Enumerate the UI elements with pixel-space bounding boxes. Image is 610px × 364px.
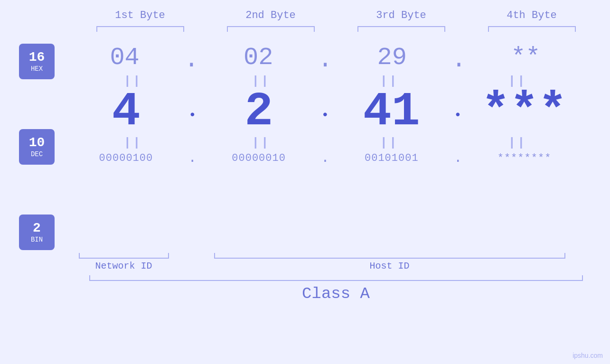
dec-cell-3: 41 (339, 88, 444, 136)
badge-dec-number: 10 (29, 136, 45, 149)
network-bracket (79, 253, 169, 259)
bin-value-4: ******** (497, 152, 552, 164)
id-labels-row: Network ID Host ID (75, 261, 597, 271)
hex-cell-3: 29 (340, 44, 444, 72)
main-container: 1st Byte 2nd Byte 3rd Byte 4th Byte 16 H… (0, 0, 610, 364)
host-id-label: Host ID (214, 261, 565, 271)
badges-column: 16 HEX 10 DEC 2 BIN (19, 44, 55, 250)
bracket-3 (357, 26, 445, 32)
byte-header-4: 4th Byte (479, 9, 584, 21)
class-section: Class A (75, 275, 597, 303)
bracket-2 (227, 26, 315, 32)
badge-bin-number: 2 (33, 222, 41, 235)
hex-dot-2: . (318, 46, 332, 74)
byte-header-2: 2nd Byte (218, 9, 323, 21)
bin-cell-1: 00000100 (74, 152, 178, 164)
dec-value-3: 41 (363, 85, 420, 139)
bin-dot-2: . (321, 150, 329, 166)
bin-value-1: 00000100 (99, 152, 153, 164)
eq-2-1: || (81, 136, 185, 150)
host-bracket (214, 253, 565, 259)
hex-cell-4: ** (473, 44, 578, 72)
badge-dec-label: DEC (31, 150, 43, 158)
dec-dot-3: • (454, 108, 462, 122)
dec-value-4: *** (481, 85, 567, 139)
dec-dot-1: • (188, 108, 197, 122)
hex-cell-2: 02 (206, 44, 310, 72)
equals-row-2: || || || || (64, 136, 586, 150)
hex-value-1: 04 (110, 44, 139, 72)
dec-cell-1: 4 (74, 88, 178, 136)
dec-cell-2: 2 (206, 88, 311, 136)
bracket-1 (96, 26, 184, 32)
class-label: Class A (75, 285, 597, 303)
dec-value-1: 4 (112, 85, 141, 139)
dec-value-2: 2 (244, 85, 273, 139)
network-id-label: Network ID (79, 261, 169, 271)
badge-bin: 2 BIN (19, 215, 55, 250)
top-brackets (75, 26, 597, 32)
byte-headers: 1st Byte 2nd Byte 3rd Byte 4th Byte (75, 9, 597, 21)
bin-value-3: 00101001 (365, 152, 419, 164)
bin-row: 00000100 . 00000010 . 00101001 . *******… (64, 150, 586, 166)
bin-cell-2: 00000010 (206, 152, 311, 164)
bin-cell-3: 00101001 (339, 152, 444, 164)
bin-value-2: 00000010 (232, 152, 286, 164)
eq-2-2: || (209, 136, 313, 150)
eq-2-4: || (465, 136, 570, 150)
values-area: 04 . 02 . 29 . ** || || || || (64, 41, 610, 166)
hex-value-4: ** (511, 44, 540, 72)
eq-2-3: || (337, 136, 441, 150)
badge-hex-label: HEX (31, 65, 43, 73)
badge-hex-number: 16 (29, 51, 45, 64)
byte-header-1: 1st Byte (88, 9, 192, 21)
bin-cell-4: ******** (472, 152, 577, 164)
byte-header-3: 3rd Byte (349, 9, 453, 21)
bottom-bracket-row (75, 253, 597, 259)
bracket-4 (488, 26, 576, 32)
hex-cell-1: 04 (73, 44, 177, 72)
dec-dot-2: • (321, 108, 329, 122)
badge-bin-label: BIN (31, 236, 43, 243)
hex-dot-3: . (451, 46, 466, 74)
hex-row: 04 . 02 . 29 . ** (64, 41, 586, 74)
badge-dec: 10 DEC (19, 129, 55, 165)
watermark: ipshu.com (572, 352, 603, 359)
hex-dot-1: . (184, 46, 199, 74)
bin-dot-3: . (454, 150, 462, 166)
bottom-labels-area: Network ID Host ID (75, 253, 597, 271)
class-bracket (89, 275, 583, 281)
main-area: 16 HEX 10 DEC 2 BIN 04 . 02 (0, 39, 610, 250)
hex-value-3: 29 (377, 44, 407, 72)
hex-value-2: 02 (244, 44, 273, 72)
dec-row: 4 • 2 • 41 • *** (64, 88, 586, 136)
bin-dot-1: . (188, 150, 197, 166)
badge-hex: 16 HEX (19, 44, 55, 79)
dec-cell-4: *** (472, 88, 576, 136)
